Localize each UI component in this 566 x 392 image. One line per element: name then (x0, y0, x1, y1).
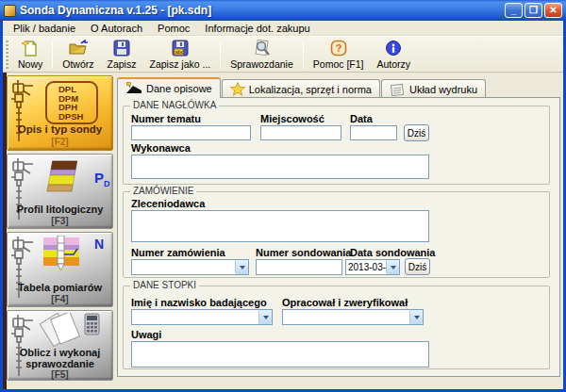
chevron-down-icon[interactable] (386, 260, 399, 274)
tab-label: Lokalizacja, sprzęt i norma (249, 84, 372, 95)
toolbar-button-label: Sprawozdanie (230, 58, 293, 70)
toolbar-button-label: Zapisz jako ... (149, 58, 210, 70)
zleceniodawca-label: Zleceniodawca (131, 198, 205, 209)
sidebar-button-fkey: [F2] (9, 137, 110, 147)
report-calculator-icon (36, 313, 102, 347)
menu-item-pomoc[interactable]: Pomoc (150, 22, 197, 35)
sidebar-button-fkey: [F3] (9, 216, 110, 226)
numer-sondowania-input[interactable] (256, 259, 342, 275)
sidebar-button-fkey: [F4] (9, 294, 110, 304)
toolbar-gripper[interactable] (5, 41, 8, 69)
sidebar-button-label: Opis i typ sondy (9, 123, 110, 135)
toolbar-button-label: Otwórz (62, 58, 93, 70)
notepad-icon (390, 83, 406, 96)
opracowal-combobox[interactable] (282, 309, 424, 325)
app-icon (4, 5, 16, 17)
group-title: DANE NAGŁÓWKA (130, 100, 219, 110)
toolbar-separator (220, 41, 221, 69)
toolbar-button-label: Zapisz (108, 58, 137, 70)
sidebar-button-opis-i-typ-sondy[interactable]: DPL DPM DPH DPSH Opis i typ sondy [F2] (7, 75, 113, 151)
combo-value: 2013-03-22 (346, 260, 386, 274)
miejscowosc-input[interactable] (260, 125, 341, 140)
open-folder-icon (68, 39, 89, 57)
uwagi-label: Uwagi (131, 329, 161, 340)
minimize-button[interactable]: _ (505, 3, 523, 18)
star-icon (230, 82, 245, 96)
window-title: Sonda Dynamiczna v.1.25 - [pk.sdn] (20, 4, 501, 17)
sidebar-button-label: Tabela pomiarów (9, 282, 110, 293)
tab-uklad-wydruku[interactable]: Układ wydruku (381, 79, 486, 98)
wykonawca-label: Wykonawca (131, 142, 191, 154)
toolbar-button-label: Autorzy (376, 58, 410, 70)
tab-label: Dane opisowe (146, 83, 212, 94)
toolbar-button-zapisz-jako[interactable]: abc Zapisz jako ... (142, 38, 217, 72)
report-magnifier-icon (253, 39, 272, 57)
n-badge: N (94, 237, 104, 252)
badajacy-combobox[interactable] (131, 309, 273, 325)
lithology-cube-icon (42, 159, 85, 197)
menu-item-o-autorach[interactable]: O Autorach (83, 22, 150, 35)
uwagi-textarea[interactable] (131, 341, 429, 368)
titlebar[interactable]: Sonda Dynamiczna v.1.25 - [pk.sdn] _ ❐ ✕ (0, 0, 566, 21)
numer-sondowania-label: Numer sondowania (256, 247, 351, 258)
maximize-button[interactable]: ❐ (524, 3, 542, 18)
toolbar-button-nowy[interactable]: Nowy (11, 38, 49, 72)
opracowal-label: Opracował i zweryfikował (282, 297, 408, 308)
chevron-down-icon[interactable] (235, 260, 248, 274)
chevron-down-icon[interactable] (258, 310, 272, 324)
numer-tematu-input[interactable] (131, 125, 251, 140)
combo-value (132, 260, 235, 274)
zleceniodawca-textarea[interactable] (131, 210, 429, 242)
window-border-left (0, 21, 3, 389)
data-label: Data (350, 113, 373, 124)
authors-info-icon (385, 39, 402, 57)
group-title: DANE STOPKI (130, 280, 199, 290)
toolbar: Nowy Otwórz Zapisz (0, 36, 566, 73)
toolbar-button-otworz[interactable]: Otwórz (56, 38, 100, 72)
sidebar-button-tabela-pomiarow[interactable]: N Tabela pomiarów [F4] (7, 232, 113, 307)
new-document-icon (22, 39, 39, 57)
data-sondowania-combobox[interactable]: 2013-03-22 (345, 259, 400, 275)
svg-text:?: ? (335, 42, 341, 54)
help-question-icon: ? (330, 39, 347, 57)
group-title: ZAMÓWIENIE (130, 186, 196, 196)
pd-badge: PD (94, 170, 110, 188)
chevron-down-icon[interactable] (409, 310, 423, 324)
pen-writing-icon (125, 82, 142, 95)
numer-zamowienia-label: Numer zamówienia (131, 247, 225, 258)
toolbar-button-sprawozdanie[interactable]: Sprawozdanie (224, 38, 300, 72)
tab-lokalizacja-sprzet-norma[interactable]: Lokalizacja, sprzęt i norma (222, 79, 380, 98)
save-floppy-icon (113, 39, 130, 57)
close-button[interactable]: ✕ (544, 3, 562, 18)
badajacy-label: Imię i nazwisko badającego (131, 297, 267, 308)
data-sondowania-label: Data sondowania (350, 247, 435, 258)
data-input[interactable] (350, 125, 397, 140)
tab-label: Układ wydruku (409, 84, 477, 95)
probe-types-list: DPL DPM DPH DPSH (45, 81, 98, 124)
combo-value (132, 310, 258, 324)
toolbar-button-pomoc[interactable]: ? Pomoc [F1] (307, 38, 371, 72)
menu-item-informacje-zakup[interactable]: Informacje dot. zakupu (197, 22, 317, 35)
sidebar-button-profil-litologiczny[interactable]: PD Profil litologiczny [F3] (7, 154, 113, 229)
toolbar-button-autorzy[interactable]: Autorzy (370, 38, 417, 72)
strata-probe-icon (40, 236, 87, 275)
dzis-button-data-sondowania[interactable]: Dziś (405, 258, 430, 275)
toolbar-button-zapisz[interactable]: Zapisz (101, 38, 143, 72)
sidebar-button-label: Oblicz i wykonaj sprawozdanie (9, 347, 110, 369)
tab-dane-opisowe[interactable]: Dane opisowe (117, 77, 221, 98)
save-as-floppy-icon: abc (172, 39, 189, 57)
app-window: Sonda Dynamiczna v.1.25 - [pk.sdn] _ ❐ ✕… (0, 0, 566, 392)
dzis-button-data[interactable]: Dziś (404, 124, 429, 141)
tab-bar: Dane opisowe Lokalizacja, sprzęt i norma… (117, 77, 487, 98)
combo-value (283, 310, 409, 324)
svg-text:abc: abc (175, 49, 184, 55)
toolbar-button-label: Pomoc [F1] (313, 58, 364, 70)
toolbar-separator (303, 41, 304, 69)
wykonawca-textarea[interactable] (131, 155, 429, 179)
sidebar-button-label: Profil litologiczny (9, 204, 110, 215)
numer-zamowienia-combobox[interactable] (131, 259, 249, 275)
sidebar-button-oblicz-sprawozdanie[interactable]: Oblicz i wykonaj sprawozdanie [F5] (7, 310, 113, 381)
menubar: Plik / badanie O Autorach Pomoc Informac… (0, 21, 566, 36)
toolbar-button-label: Nowy (18, 58, 42, 70)
menu-item-plik-badanie[interactable]: Plik / badanie (6, 22, 83, 35)
